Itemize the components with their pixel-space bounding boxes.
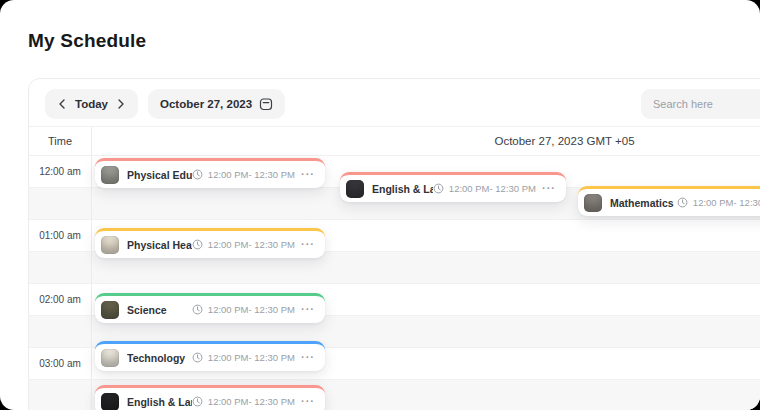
day-column-header: October 27, 2023 GMT +05 bbox=[92, 127, 760, 155]
event-menu-button[interactable]: ··· bbox=[541, 181, 557, 196]
clock-icon bbox=[192, 239, 203, 250]
grid-header: Time October 27, 2023 GMT +05 bbox=[29, 126, 760, 156]
event-title: Physical Education bbox=[127, 169, 192, 181]
event-title: Physical Health bbox=[127, 239, 192, 251]
schedule-grid: Time October 27, 2023 GMT +05 12:00 am 0… bbox=[29, 126, 760, 410]
event-avatar bbox=[101, 301, 119, 319]
event-avatar bbox=[101, 393, 119, 410]
date-picker-button[interactable]: October 27, 2023 bbox=[148, 89, 285, 119]
time-label bbox=[29, 188, 92, 219]
event-time: 12:00 PM- 12:30 PM bbox=[208, 169, 295, 180]
event-title: Mathematics bbox=[610, 197, 674, 209]
event-avatar bbox=[101, 349, 119, 367]
event-avatar bbox=[101, 166, 119, 184]
today-nav-group: Today bbox=[45, 89, 138, 119]
event-time: 12:00 PM- 12:30 PM bbox=[693, 197, 760, 208]
event-title: English & Language... bbox=[372, 183, 433, 195]
chevron-right-icon bbox=[117, 99, 125, 109]
time-column-header: Time bbox=[29, 127, 92, 155]
today-button[interactable]: Today bbox=[73, 98, 110, 110]
time-label: 03:00 am bbox=[29, 348, 92, 379]
clock-icon bbox=[192, 352, 203, 363]
clock-icon bbox=[192, 304, 203, 315]
event-card[interactable]: Technology 12:00 PM- 12:30 PM ··· bbox=[95, 341, 325, 371]
event-title: Technology bbox=[127, 352, 185, 364]
event-title: Science bbox=[127, 304, 167, 316]
schedule-screen: My Schedule Today October 27, 2023 bbox=[0, 0, 760, 410]
time-label bbox=[29, 380, 92, 410]
event-avatar bbox=[584, 194, 602, 212]
schedule-panel: Today October 27, 2023 Time Oc bbox=[28, 78, 760, 410]
clock-icon bbox=[433, 183, 444, 194]
clock-icon bbox=[192, 169, 203, 180]
grid-body: 12:00 am 01:00 am 02:00 am 03 bbox=[29, 156, 760, 410]
event-avatar bbox=[101, 236, 119, 254]
event-card[interactable]: Physical Education 12:00 PM- 12:30 PM ··… bbox=[95, 158, 325, 188]
time-label bbox=[29, 252, 92, 283]
event-avatar bbox=[346, 180, 364, 198]
time-label: 02:00 am bbox=[29, 284, 92, 315]
event-time: 12:00 PM- 12:30 PM bbox=[208, 352, 295, 363]
toolbar: Today October 27, 2023 bbox=[45, 89, 760, 119]
page-title: My Schedule bbox=[28, 30, 146, 52]
event-card[interactable]: English & Language... 12:00 PM- 12:30 PM… bbox=[340, 172, 566, 202]
calendar-icon bbox=[259, 97, 273, 111]
event-menu-button[interactable]: ··· bbox=[300, 302, 316, 317]
event-card[interactable]: English & Language... 12:00 PM- 12:30 PM… bbox=[95, 385, 325, 410]
event-menu-button[interactable]: ··· bbox=[300, 167, 316, 182]
time-label: 01:00 am bbox=[29, 220, 92, 251]
event-time: 12:00 PM- 12:30 PM bbox=[208, 304, 295, 315]
search-box bbox=[641, 89, 760, 119]
event-card[interactable]: Physical Health 12:00 PM- 12:30 PM ··· bbox=[95, 228, 325, 258]
event-card[interactable]: Mathematics 12:00 PM- 12:30 PM ··· bbox=[578, 186, 760, 216]
prev-day-button[interactable] bbox=[51, 89, 73, 119]
event-time: 12:00 PM- 12:30 PM bbox=[208, 396, 295, 407]
time-label: 12:00 am bbox=[29, 156, 92, 187]
event-card[interactable]: Science 12:00 PM- 12:30 PM ··· bbox=[95, 293, 325, 323]
clock-icon bbox=[677, 197, 688, 208]
event-menu-button[interactable]: ··· bbox=[300, 394, 316, 409]
time-label bbox=[29, 316, 92, 347]
next-day-button[interactable] bbox=[110, 89, 132, 119]
clock-icon bbox=[192, 396, 203, 407]
search-input[interactable] bbox=[653, 98, 760, 110]
event-time: 12:00 PM- 12:30 PM bbox=[208, 239, 295, 250]
date-picker-label: October 27, 2023 bbox=[160, 98, 252, 110]
event-menu-button[interactable]: ··· bbox=[300, 350, 316, 365]
event-time: 12:00 PM- 12:30 PM bbox=[449, 183, 536, 194]
event-title: English & Language... bbox=[127, 396, 192, 408]
event-menu-button[interactable]: ··· bbox=[300, 237, 316, 252]
chevron-left-icon bbox=[58, 99, 66, 109]
